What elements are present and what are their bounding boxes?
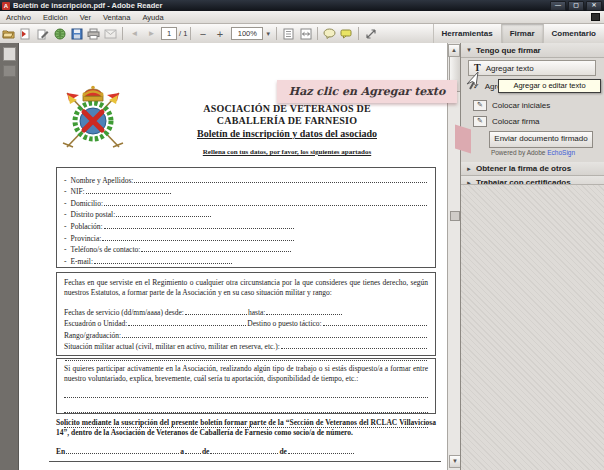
field-label-telefono: Teléfono/s de contacto: bbox=[71, 245, 141, 254]
volunteer-line-1[interactable] bbox=[64, 387, 428, 398]
panel-tengo-que-firmar[interactable]: ▼ Tengo que firmar bbox=[461, 43, 604, 58]
sign-sidebar: ▼ Tengo que firmar T Agregar texto ✓ Agr… bbox=[460, 43, 604, 470]
field-line-destino[interactable] bbox=[323, 325, 427, 326]
field-line-hasta[interactable] bbox=[266, 314, 342, 315]
service-data-box: Fechas en que serviste en el Regimiento … bbox=[56, 272, 436, 356]
menu-edicion[interactable]: Edición bbox=[37, 13, 74, 22]
sticky-note-icon[interactable] bbox=[322, 26, 337, 41]
open-file-icon[interactable] bbox=[1, 26, 16, 41]
navigation-pane-strip bbox=[0, 43, 19, 470]
zoom-level-input[interactable]: 100% bbox=[231, 27, 263, 40]
tab-firmar[interactable]: Firmar bbox=[501, 24, 543, 43]
field-label-rango: Rango/graduación: bbox=[64, 331, 121, 340]
field-line-nif[interactable] bbox=[86, 193, 171, 194]
next-page-icon[interactable]: ► bbox=[144, 26, 159, 41]
date-de2-label: de bbox=[279, 447, 287, 456]
field-line-telefono[interactable] bbox=[141, 251, 291, 252]
document-restore-icon[interactable] bbox=[591, 13, 600, 21]
expand-mode-icon[interactable] bbox=[363, 26, 378, 41]
field-line-escuadron[interactable] bbox=[128, 325, 246, 326]
document-page[interactable]: ASOCIACIÓN DE VETERANOS DE CABALLERÍA DE… bbox=[19, 43, 447, 470]
service-intro-paragraph: Fechas en que serviste en el Regimiento … bbox=[64, 278, 428, 297]
save-icon[interactable] bbox=[69, 26, 84, 41]
title-bar: A Boletín de inscripción.pdf - Adobe Rea… bbox=[0, 0, 604, 11]
date-de1-label: de bbox=[202, 447, 210, 456]
volunteering-paragraph: Si quieres participar activamente en la … bbox=[64, 364, 428, 383]
place-initials-item[interactable]: ✎ Colocar iniciales bbox=[473, 100, 550, 111]
field-label-nif: NIF: bbox=[71, 187, 85, 196]
webservices-globe-icon[interactable] bbox=[52, 26, 67, 41]
personal-data-box: -Nombre y Apellidos: -NIF: -Domicilio: -… bbox=[56, 167, 436, 268]
add-edit-text-tooltip: Agregar o editar texto bbox=[498, 79, 601, 93]
menu-bar: Archivo Edición Ver Ventana Ayuda bbox=[0, 11, 604, 24]
date-month-line[interactable] bbox=[210, 453, 278, 454]
zoom-dropdown-icon[interactable]: ▼ bbox=[263, 31, 273, 37]
coat-of-arms bbox=[55, 83, 133, 157]
attachments-panel-icon[interactable] bbox=[3, 65, 16, 77]
fit-width-icon[interactable] bbox=[298, 26, 313, 41]
date-place-line[interactable] bbox=[66, 453, 179, 454]
scrollbar-marker bbox=[450, 211, 460, 221]
place-initials-label: Colocar iniciales bbox=[492, 101, 550, 110]
echosign-link[interactable]: EchoSign bbox=[547, 149, 575, 156]
tab-comentario[interactable]: Comentario bbox=[543, 24, 604, 43]
chevron-right-icon: ► bbox=[466, 166, 472, 172]
date-en-label: En bbox=[56, 447, 65, 456]
instruction-callout: Haz clic en Agregar texto bbox=[277, 80, 457, 103]
field-label-escuadron: Escuadrón o Unidad: bbox=[64, 319, 127, 328]
field-line-situacion[interactable] bbox=[281, 348, 427, 349]
volunteering-box: Si quieres participar activamente en la … bbox=[56, 358, 436, 414]
zoom-out-icon[interactable]: − bbox=[195, 26, 210, 41]
field-label-provincia: Provincia: bbox=[71, 234, 102, 243]
close-button[interactable]: ✕ bbox=[586, 1, 602, 11]
field-line-desde[interactable] bbox=[185, 314, 247, 315]
chevron-down-icon: ▼ bbox=[466, 47, 472, 53]
field-label-hasta: hasta: bbox=[248, 308, 266, 317]
sign-panel-title: Tengo que firmar bbox=[476, 46, 541, 55]
send-signed-document-button[interactable]: Enviar documento firmado bbox=[489, 131, 593, 148]
field-line-distrito[interactable] bbox=[116, 216, 211, 217]
adobe-send-icon[interactable] bbox=[18, 26, 33, 41]
volunteer-line-2[interactable] bbox=[64, 402, 428, 413]
prev-page-icon[interactable]: ◄ bbox=[127, 26, 142, 41]
field-line-domicilio[interactable] bbox=[104, 205, 427, 206]
page-scroll-icon[interactable] bbox=[281, 26, 296, 41]
menu-ver[interactable]: Ver bbox=[74, 13, 97, 22]
print-icon[interactable] bbox=[86, 26, 101, 41]
page-number-input[interactable]: 1 bbox=[161, 27, 177, 40]
field-label-nombre: Nombre y Apellidos: bbox=[71, 176, 134, 185]
sidebar-empty-area bbox=[461, 184, 604, 470]
field-line-email[interactable] bbox=[94, 263, 232, 264]
powered-by-label: Powered by Adobe EchoSign bbox=[461, 149, 604, 156]
menu-archivo[interactable]: Archivo bbox=[0, 13, 37, 22]
date-day-line[interactable] bbox=[185, 453, 201, 454]
vertical-scrollbar[interactable]: ▲ ▼ bbox=[447, 43, 461, 470]
minimize-button[interactable]: — bbox=[550, 1, 566, 11]
menu-ayuda[interactable]: Ayuda bbox=[136, 13, 169, 22]
zoom-in-icon[interactable]: + bbox=[212, 26, 227, 41]
field-line-provincia[interactable] bbox=[102, 240, 294, 241]
pages-panel-icon[interactable] bbox=[3, 47, 16, 61]
sign-pen-icon[interactable] bbox=[35, 26, 50, 41]
maximize-button[interactable]: ▢ bbox=[568, 1, 584, 11]
field-line-poblacion[interactable] bbox=[104, 228, 294, 229]
toolbar: ◄ ► 1 / 1 − + 100% ▼ Herramientas Firmar… bbox=[0, 24, 604, 44]
date-a-label: a bbox=[180, 447, 184, 456]
date-year-line[interactable] bbox=[288, 453, 354, 454]
field-label-distrito: Distrito postal: bbox=[71, 210, 116, 219]
doc-title-line2: CABALLERÍA DE FARNESIO bbox=[137, 115, 437, 127]
place-signature-item[interactable]: ✎ Colocar firma bbox=[473, 116, 540, 127]
add-text-button[interactable]: T Agregar texto bbox=[468, 60, 596, 76]
panel-obtener-firma[interactable]: ► Obtener la firma de otros bbox=[461, 162, 604, 176]
field-line-nombre[interactable] bbox=[134, 182, 427, 183]
add-text-label: Agregar texto bbox=[486, 64, 534, 73]
field-label-email: E-mail: bbox=[71, 257, 94, 266]
menu-ventana[interactable]: Ventana bbox=[97, 13, 137, 22]
doc-instruction: Rellena con tus datos, por favor, los si… bbox=[137, 148, 437, 156]
window-title: Boletín de inscripción.pdf - Adobe Reade… bbox=[13, 1, 162, 10]
tab-herramientas[interactable]: Herramientas bbox=[433, 24, 501, 43]
field-line-rango[interactable] bbox=[122, 337, 427, 338]
field-label-poblacion: Población: bbox=[71, 222, 103, 231]
email-icon[interactable] bbox=[103, 26, 118, 41]
highlight-comment-icon[interactable] bbox=[339, 26, 354, 41]
